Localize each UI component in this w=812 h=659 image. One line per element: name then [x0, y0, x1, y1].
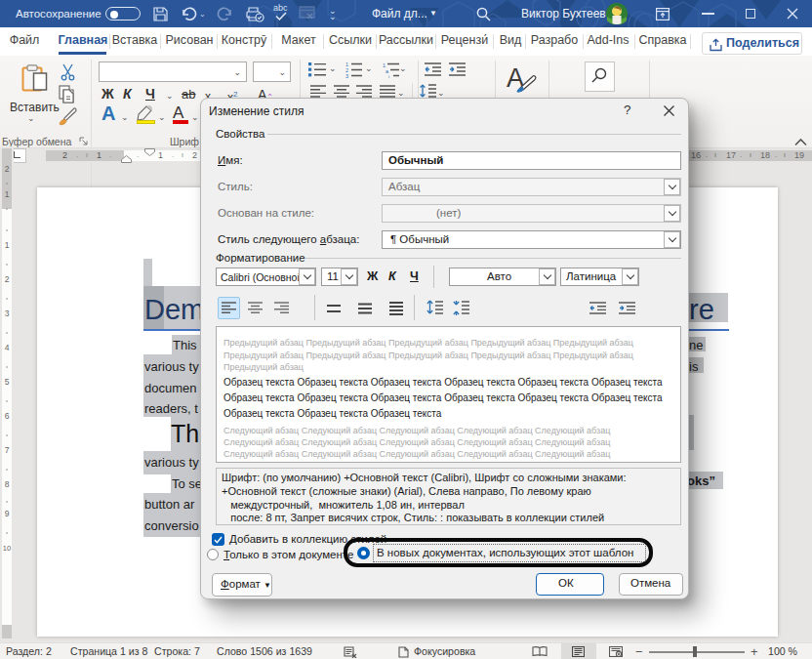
- svg-text:2: 2: [5, 164, 10, 174]
- svg-text:2: 2: [5, 274, 10, 284]
- svg-text:10: 10: [3, 544, 11, 553]
- svg-text:4: 4: [5, 343, 10, 352]
- svg-text:9: 9: [5, 509, 10, 518]
- svg-text:3: 3: [5, 309, 10, 318]
- svg-text:i: i: [388, 74, 389, 79]
- svg-text:5: 5: [5, 377, 10, 387]
- svg-text:1: 1: [5, 189, 10, 199]
- svg-text:6: 6: [5, 411, 10, 421]
- svg-text:3: 3: [345, 73, 348, 78]
- svg-text:1: 1: [5, 240, 10, 250]
- svg-text:8: 8: [5, 479, 10, 489]
- svg-text:7: 7: [5, 445, 10, 455]
